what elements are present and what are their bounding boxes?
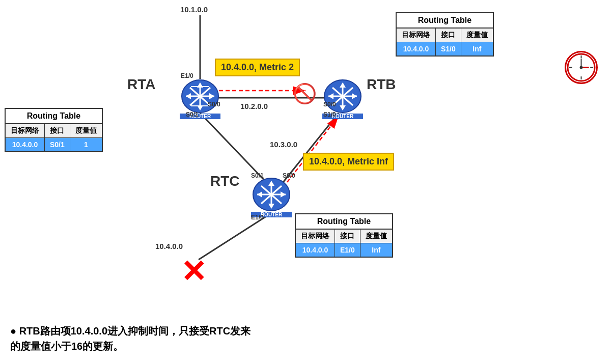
svg-line-4	[199, 216, 266, 260]
rtb-col-iface: 接口	[436, 28, 461, 42]
rta-col-iface: 接口	[45, 124, 70, 138]
router-rtc: ROUTER	[251, 176, 292, 217]
rtb-metric-1: Inf	[461, 42, 493, 57]
rtb-table-title: Routing Table	[396, 12, 494, 27]
rtb-routing-table: Routing Table 目标网络 接口 度量值 10.4.0.0 S1/0 …	[396, 12, 494, 57]
no-entry-sign: 🚫	[293, 82, 317, 105]
rta-iface-1: S0/1	[45, 138, 70, 152]
rta-row-1: 10.4.0.0 S0/1 1	[5, 138, 102, 152]
rtc-s01-label: S0/1	[251, 172, 264, 179]
rta-col-metric: 度量值	[70, 124, 102, 138]
rta-s00-label: S0/0	[208, 101, 220, 108]
rtc-row-1: 10.4.0.0 E1/0 Inf	[295, 243, 393, 258]
rtc-table-title: Routing Table	[295, 213, 393, 229]
rtb-s00-label: S0/0	[323, 101, 336, 108]
rtc-e10-label: E1/0	[251, 214, 264, 221]
rtc-col-dest: 目标网络	[295, 229, 335, 243]
rtc-col-iface: 接口	[335, 229, 360, 243]
rta-routing-table: Routing Table 目标网络 接口 度量值 10.4.0.0 S0/1 …	[5, 108, 103, 152]
bullet-line2: 的度量值小于16的更新。	[10, 339, 251, 354]
rta-col-dest: 目标网络	[5, 124, 45, 138]
network-label-103: 10.3.0.0	[270, 140, 297, 149]
rtc-iface-1: E1/0	[335, 243, 360, 258]
rtc-metric-box: 10.4.0.0, Metric Inf	[303, 153, 394, 171]
rta-label: RTA	[127, 76, 155, 93]
rtb-s10-label: S1/0	[323, 111, 336, 118]
rtb-iface-1: S1/0	[436, 42, 461, 57]
rtc-routing-table: Routing Table 目标网络 接口 度量值 10.4.0.0 E1/0 …	[295, 213, 393, 258]
rtb-label: RTB	[367, 76, 396, 93]
network-label-104: 10.4.0.0	[155, 242, 183, 250]
bullet-text: ● RTB路由项10.4.0.0进入抑制时间，只接受RTC发来 的度量值小于16…	[10, 323, 251, 354]
rtb-col-dest: 目标网络	[396, 28, 436, 42]
rtb-metric-box: 10.4.0.0, Metric 2	[215, 59, 300, 76]
rta-s01-label: S0/1	[186, 111, 199, 118]
rta-table-title: Routing Table	[5, 108, 103, 123]
rtc-col-metric: 度量值	[360, 229, 393, 243]
rtc-s00-label: S0/0	[283, 172, 295, 179]
rtb-row-1: 10.4.0.0 S1/0 Inf	[396, 42, 493, 57]
rta-e10-label: E1/0	[181, 72, 193, 79]
rta-metric-1: 1	[70, 138, 102, 152]
bullet-line1: ● RTB路由项10.4.0.0进入抑制时间，只接受RTC发来	[10, 323, 251, 339]
broken-link-x: ✕	[181, 254, 206, 289]
network-label-101: 10.1.0.0	[180, 5, 208, 14]
rtc-metric-1: Inf	[360, 243, 393, 258]
rtb-col-metric: 度量值	[461, 28, 493, 42]
rtc-dest-1: 10.4.0.0	[295, 243, 335, 258]
rta-dest-1: 10.4.0.0	[5, 138, 45, 152]
svg-point-45	[580, 66, 583, 69]
rtb-dest-1: 10.4.0.0	[396, 42, 436, 57]
network-label-102: 10.2.0.0	[240, 102, 268, 110]
rtc-label: RTC	[210, 173, 240, 189]
holddown-clock	[565, 51, 598, 84]
